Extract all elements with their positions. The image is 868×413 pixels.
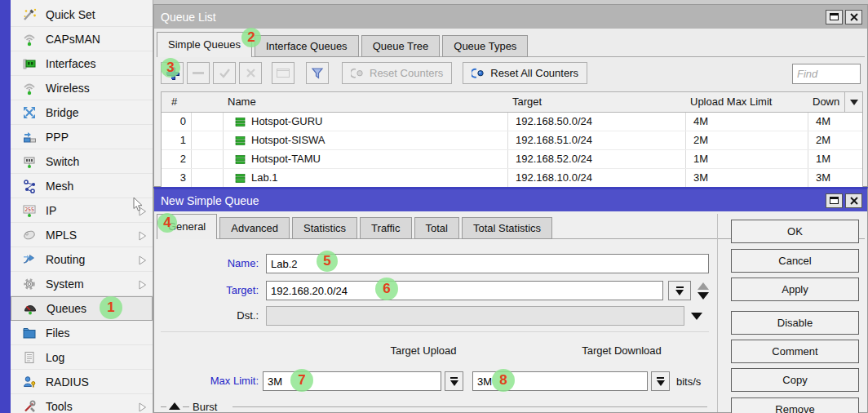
close-button[interactable] bbox=[845, 10, 862, 24]
header-num[interactable]: # bbox=[171, 95, 177, 108]
cancel-button[interactable]: Cancel bbox=[731, 249, 859, 273]
disable-button[interactable]: Disable bbox=[731, 311, 859, 335]
cell-target: 192.168.10.0/24 bbox=[516, 171, 592, 184]
sidebar-item-label: IP bbox=[46, 204, 56, 217]
table-row[interactable]: 2 Hotspot-TAMU 192.168.52.0/24 1M 1M bbox=[162, 150, 862, 169]
annotation-1-queues: 1 bbox=[100, 296, 122, 319]
tab-queue-tree[interactable]: Queue Tree bbox=[361, 35, 441, 57]
tab-advanced[interactable]: Advanced bbox=[219, 217, 290, 239]
max-limit-label: Max Limit: bbox=[154, 371, 259, 391]
sidebar-item-ip[interactable]: 255 IP bbox=[11, 198, 153, 223]
chevron-down-icon bbox=[657, 380, 665, 386]
target-input[interactable] bbox=[266, 281, 663, 300]
units-label: bits/s bbox=[676, 375, 701, 388]
apply-button[interactable]: Apply bbox=[731, 278, 859, 301]
sidebar-item-radius[interactable]: RADIUS bbox=[11, 370, 153, 394]
reset-all-counters-label: Reset All Counters bbox=[490, 67, 578, 79]
sidebar-item-mesh[interactable]: Mesh bbox=[11, 174, 153, 198]
burst-section-label[interactable]: Burst bbox=[193, 401, 217, 413]
sidebar-item-tools[interactable]: Tools bbox=[11, 394, 153, 413]
reset-all-counters-button[interactable]: Reset All Counters bbox=[463, 62, 587, 84]
max-limit-upload-input[interactable] bbox=[263, 371, 441, 391]
sidebar-item-capsman[interactable]: CAPsMAN bbox=[11, 27, 153, 51]
cell-upload: 4M bbox=[693, 115, 708, 127]
sidebar-item-label: RADIUS bbox=[46, 375, 89, 389]
wireless-icon bbox=[21, 81, 38, 95]
sidebar-item-label: Routing bbox=[46, 253, 85, 266]
sidebar-item-quick-set[interactable]: Quick Set bbox=[11, 2, 153, 27]
sidebar-item-label: Bridge bbox=[46, 106, 78, 119]
remove-button[interactable]: Remove bbox=[731, 397, 859, 413]
tab-queue-types[interactable]: Queue Types bbox=[442, 35, 528, 57]
ok-button[interactable]: OK bbox=[731, 220, 859, 243]
cell-num: 1 bbox=[162, 134, 186, 146]
table-row[interactable]: 0 Hotspot-GURU 192.168.50.0/24 4M 4M bbox=[162, 113, 862, 131]
column-chooser-button[interactable] bbox=[844, 92, 862, 112]
target-add-remove-spinner[interactable] bbox=[696, 282, 711, 300]
max-limit-upload-dropdown[interactable] bbox=[445, 371, 463, 391]
form-buttons-divider bbox=[717, 214, 718, 412]
sidebar-item-label: Mesh bbox=[46, 180, 73, 193]
table-row[interactable]: 1 Hotspot-SISWA 192.168.51.0/24 2M 2M bbox=[162, 131, 862, 150]
minus-icon bbox=[193, 72, 204, 74]
header-name[interactable]: Name bbox=[228, 95, 256, 108]
cell-name: Hotspot-GURU bbox=[251, 115, 322, 127]
tab-statistics[interactable]: Statistics bbox=[292, 217, 357, 239]
queue-icon bbox=[235, 136, 246, 149]
folder-icon bbox=[21, 326, 38, 340]
copy-button[interactable]: Copy bbox=[731, 368, 859, 392]
tab-interface-queues[interactable]: Interface Queues bbox=[255, 35, 359, 57]
find-input[interactable] bbox=[792, 64, 861, 84]
comment-button[interactable] bbox=[272, 62, 294, 84]
sidebar-item-routing[interactable]: Routing bbox=[11, 247, 153, 272]
tab-total-statistics[interactable]: Total Statistics bbox=[462, 217, 552, 239]
queue-list-titlebar[interactable]: Queue List bbox=[154, 5, 867, 29]
header-download-max-limit[interactable]: Down bbox=[813, 95, 839, 108]
cell-target: 192.168.52.0/24 bbox=[516, 153, 592, 165]
header-target[interactable]: Target bbox=[512, 95, 542, 108]
maximize-button[interactable] bbox=[826, 10, 843, 24]
maximize-icon bbox=[830, 197, 839, 204]
svg-text:255: 255 bbox=[24, 206, 34, 213]
sidebar-item-mpls[interactable]: MPLS bbox=[11, 223, 153, 247]
sidebar-item-ppp[interactable]: PPP bbox=[11, 125, 153, 149]
comment-button[interactable]: Comment bbox=[731, 340, 859, 363]
table-header-row[interactable]: # Name Target Upload Max Limit Down bbox=[162, 92, 862, 113]
sidebar-item-wireless[interactable]: Wireless bbox=[11, 76, 153, 100]
dialog-titlebar[interactable]: New Simple Queue bbox=[154, 189, 867, 211]
annotation-6-target-input: 6 bbox=[375, 278, 398, 300]
close-button[interactable] bbox=[845, 193, 862, 208]
tab-traffic[interactable]: Traffic bbox=[360, 217, 411, 239]
annotation-3-add-button: 3 bbox=[161, 58, 180, 78]
comment-icon bbox=[277, 69, 290, 78]
reset-counters-label: Reset Counters bbox=[370, 67, 443, 79]
sidebar-item-system[interactable]: System bbox=[11, 272, 153, 296]
collapse-arrow-icon[interactable] bbox=[169, 402, 180, 410]
sidebar-item-bridge[interactable]: Bridge bbox=[11, 100, 153, 125]
header-upload-max-limit[interactable]: Upload Max Limit bbox=[690, 95, 772, 108]
close-icon bbox=[850, 13, 858, 21]
maximize-button[interactable] bbox=[826, 193, 843, 208]
dst-input[interactable] bbox=[266, 306, 684, 326]
max-limit-download-dropdown[interactable] bbox=[651, 371, 670, 391]
target-dropdown-button[interactable] bbox=[668, 281, 691, 300]
submenu-arrow-icon bbox=[139, 279, 147, 292]
tools-icon bbox=[21, 399, 38, 413]
sidebar-item-files[interactable]: Files bbox=[11, 321, 153, 345]
remove-button[interactable] bbox=[187, 62, 210, 84]
disable-button[interactable] bbox=[239, 62, 262, 84]
dst-label: Dst.: bbox=[154, 306, 259, 326]
dst-dropdown-icon[interactable] bbox=[691, 313, 702, 320]
sidebar-item-queues[interactable]: Queues bbox=[11, 296, 153, 321]
cell-num: 3 bbox=[162, 171, 186, 184]
filter-button[interactable] bbox=[306, 62, 329, 84]
tab-simple-queues[interactable]: Simple Queues bbox=[157, 32, 252, 57]
enable-button[interactable] bbox=[213, 62, 236, 84]
sidebar-item-switch[interactable]: Switch bbox=[11, 149, 153, 174]
sidebar-item-log[interactable]: Log bbox=[11, 345, 153, 370]
sidebar-item-interfaces[interactable]: Interfaces bbox=[11, 51, 153, 76]
tab-total[interactable]: Total bbox=[414, 217, 459, 239]
table-row[interactable]: 3 Lab.1 192.168.10.0/24 3M 3M bbox=[162, 169, 862, 188]
reset-counters-button[interactable]: Reset Counters bbox=[342, 62, 452, 84]
target-upload-header: Target Upload bbox=[342, 344, 505, 357]
